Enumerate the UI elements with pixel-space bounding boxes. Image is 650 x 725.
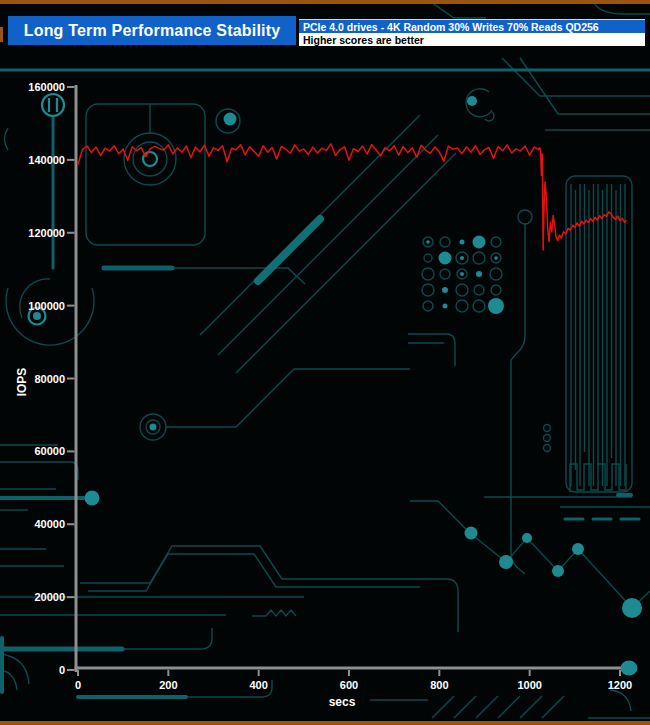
y-tick-label: 0 xyxy=(59,664,65,676)
y-tick xyxy=(67,523,75,525)
x-tick-label: 800 xyxy=(430,679,448,691)
y-tick xyxy=(67,669,75,671)
benchmark-chart: 0200004000060000800001000001200001400001… xyxy=(0,0,650,725)
y-tick-label: 80000 xyxy=(34,373,65,385)
x-tick-label: 1200 xyxy=(608,679,632,691)
y-axis-title: IOPS xyxy=(15,368,29,397)
y-tick-label: 20000 xyxy=(34,591,65,603)
x-axis-title: secs xyxy=(329,695,356,709)
circuit-node-dot xyxy=(621,661,638,676)
x-axis-line xyxy=(75,667,634,670)
y-tick xyxy=(67,596,75,598)
frame-top-border xyxy=(0,0,650,4)
y-tick-label: 100000 xyxy=(28,300,65,312)
y-tick-label: 160000 xyxy=(28,81,65,93)
x-tick xyxy=(529,670,531,676)
y-tick-label: 140000 xyxy=(28,154,65,166)
y-tick-label: 60000 xyxy=(34,445,65,457)
x-tick-label: 1000 xyxy=(517,679,541,691)
performance-line-chart: 0200004000060000800001000001200001400001… xyxy=(0,0,650,725)
y-tick xyxy=(67,232,75,234)
y-tick xyxy=(67,378,75,380)
chart-note: Higher scores are better xyxy=(299,34,424,46)
x-tick xyxy=(258,670,260,676)
x-tick xyxy=(438,670,440,676)
chart-title-box: Long Term Performance Stability xyxy=(8,16,296,45)
chart-subtitle: PCIe 4.0 drives - 4K Random 30% Writes 7… xyxy=(299,21,599,33)
frame-bottom-border xyxy=(0,721,650,725)
y-tick xyxy=(67,305,75,307)
x-tick-label: 400 xyxy=(249,679,267,691)
y-tick-label: 120000 xyxy=(28,227,65,239)
x-tick-label: 0 xyxy=(75,679,81,691)
x-tick xyxy=(77,670,79,676)
chart-note-bar: Higher scores are better xyxy=(299,33,645,46)
y-tick xyxy=(67,159,75,161)
x-tick-label: 200 xyxy=(159,679,177,691)
chart-subtitle-bar: PCIe 4.0 drives - 4K Random 30% Writes 7… xyxy=(299,19,645,34)
y-tick-label: 40000 xyxy=(34,518,65,530)
y-axis-line xyxy=(75,85,78,672)
series-line xyxy=(78,144,626,250)
x-tick xyxy=(167,670,169,676)
x-tick-label: 600 xyxy=(340,679,358,691)
y-tick xyxy=(67,450,75,452)
y-tick xyxy=(67,86,75,88)
chart-title: Long Term Performance Stability xyxy=(24,22,281,40)
frame-left-mark xyxy=(0,27,3,42)
x-tick xyxy=(619,670,621,676)
x-tick xyxy=(348,670,350,676)
